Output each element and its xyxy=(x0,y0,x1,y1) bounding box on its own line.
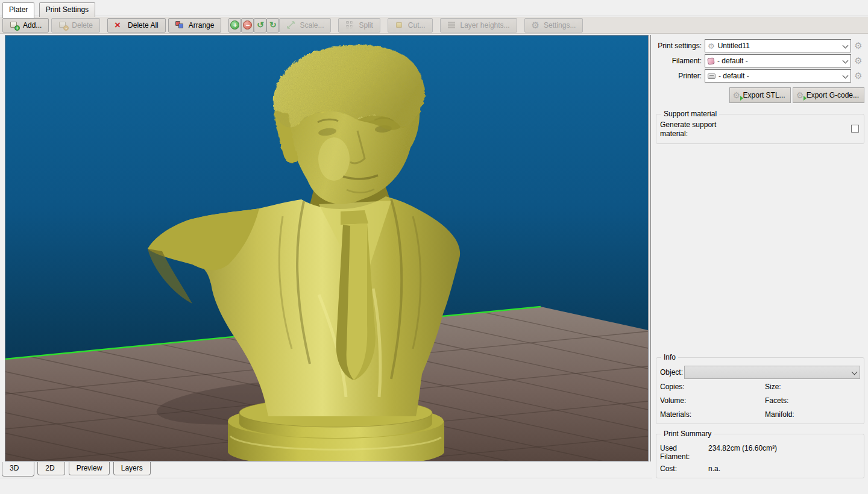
export-gear-icon: ⚙ xyxy=(733,91,743,100)
split-icon xyxy=(345,20,354,30)
toolbar: + Add... - Delete × Delete All Arrange +… xyxy=(0,17,868,34)
used-filament-label: Used Filament: xyxy=(660,444,708,461)
chevron-down-icon xyxy=(842,42,849,49)
support-material-legend: Support material xyxy=(661,110,719,118)
scene-3d xyxy=(5,36,648,461)
delete-button[interactable]: - Delete xyxy=(51,18,100,33)
printer-gear-button[interactable]: ⚙ xyxy=(852,71,864,81)
tab-print-settings[interactable]: Print Settings xyxy=(39,2,95,17)
rotate-cw-icon: ↻ xyxy=(269,20,277,30)
print-settings-combo[interactable]: ⚙ Untitled11 xyxy=(705,39,851,52)
print-summary-group: Print Summary Used Filament: 234.82cm (1… xyxy=(656,430,864,478)
print-settings-label: Print settings: xyxy=(656,42,702,50)
print-settings-gear-button[interactable]: ⚙ xyxy=(852,41,864,51)
object-combo[interactable] xyxy=(684,366,860,379)
manifold-label: Manifold: xyxy=(765,410,860,419)
layer-heights-icon xyxy=(447,20,456,30)
layer-heights-button[interactable]: Layer heights... xyxy=(440,18,517,33)
object-label: Object: xyxy=(660,368,684,377)
plater-3d-canvas[interactable] xyxy=(5,35,649,461)
scale-button-label: Scale... xyxy=(300,21,324,30)
facets-label: Facets: xyxy=(765,396,860,405)
view-tab-2d[interactable]: 2D xyxy=(37,462,65,475)
delete-object-icon: - xyxy=(58,20,68,30)
filament-gear-button[interactable]: ⚙ xyxy=(852,56,864,66)
filament-value: - default - xyxy=(714,57,842,65)
export-gcode-button[interactable]: ⚙ Export G-code... xyxy=(793,87,864,103)
printer-icon xyxy=(708,73,715,79)
print-summary-legend: Print Summary xyxy=(661,430,714,438)
volume-label: Volume: xyxy=(660,396,765,405)
generate-support-label: Generate support material: xyxy=(660,120,741,139)
cut-button[interactable]: Cut... xyxy=(388,18,433,33)
document-tabbar: Plater Print Settings xyxy=(0,0,868,16)
panel-splitter[interactable] xyxy=(650,35,651,461)
layer-heights-button-label: Layer heights... xyxy=(461,21,510,30)
filament-label: Filament: xyxy=(656,57,702,65)
object-settings-button[interactable]: ⚙ Settings... xyxy=(524,18,583,33)
copies-label: Copies: xyxy=(660,383,765,391)
rotate-ccw-button[interactable]: ↺ xyxy=(254,18,266,33)
support-material-group: Support material Generate support materi… xyxy=(656,110,864,144)
materials-label: Materials: xyxy=(660,410,765,419)
export-stl-button[interactable]: ⚙ Export STL... xyxy=(729,87,791,103)
arrange-icon xyxy=(175,20,184,30)
delete-all-button-label: Delete All xyxy=(128,21,159,30)
printer-label: Printer: xyxy=(656,72,702,80)
view-tab-layers[interactable]: Layers xyxy=(113,462,151,475)
plus-icon: + xyxy=(230,20,239,30)
increase-copies-button[interactable]: + xyxy=(228,18,241,33)
split-button-label: Split xyxy=(359,21,373,30)
printer-value: - default - xyxy=(715,72,842,80)
chevron-down-icon xyxy=(851,369,858,376)
size-label: Size: xyxy=(765,383,860,391)
add-button[interactable]: + Add... xyxy=(2,18,49,33)
panel-spacer xyxy=(656,144,864,348)
delete-button-label: Delete xyxy=(72,21,93,30)
settings-panel: Print settings: ⚙ Untitled11 ⚙ Filament:… xyxy=(652,35,868,494)
used-filament-value: 234.82cm (16.60cm³) xyxy=(708,444,777,461)
cut-icon xyxy=(395,20,404,30)
view-tab-3d[interactable]: 3D xyxy=(2,462,34,477)
delete-all-icon: × xyxy=(115,20,124,30)
cost-label: Cost: xyxy=(660,464,708,473)
filament-spool-icon xyxy=(707,57,714,64)
print-settings-value: Untitled11 xyxy=(715,42,842,50)
export-gcode-label: Export G-code... xyxy=(807,91,859,99)
minus-icon: − xyxy=(243,20,252,30)
cut-button-label: Cut... xyxy=(408,21,426,30)
rotate-cw-button[interactable]: ↻ xyxy=(266,18,279,33)
cost-value: n.a. xyxy=(708,464,720,473)
arrange-button-label: Arrange xyxy=(189,21,215,30)
chevron-down-icon xyxy=(842,72,849,80)
add-button-label: Add... xyxy=(23,21,42,30)
filament-combo[interactable]: - default - xyxy=(705,54,851,67)
export-stl-label: Export STL... xyxy=(743,91,785,99)
generate-support-checkbox[interactable] xyxy=(851,125,859,133)
tab-plater[interactable]: Plater xyxy=(2,2,34,18)
scale-button[interactable]: Scale... xyxy=(279,18,331,33)
export-gear-icon: ⚙ xyxy=(796,91,806,100)
decrease-copies-button[interactable]: − xyxy=(241,18,254,33)
printer-combo[interactable]: - default - xyxy=(705,69,851,83)
gear-icon: ⚙ xyxy=(708,42,715,51)
info-legend: Info xyxy=(661,353,678,361)
scale-icon xyxy=(286,20,295,30)
settings-button-label: Settings... xyxy=(544,21,576,30)
arrange-button[interactable]: Arrange xyxy=(168,18,222,33)
view-tab-preview[interactable]: Preview xyxy=(69,462,110,475)
rotate-ccw-icon: ↺ xyxy=(257,20,264,30)
chevron-down-icon xyxy=(842,57,849,64)
info-group: Info Object: Copies: Size: Volume: Facet… xyxy=(656,353,864,424)
delete-all-button[interactable]: × Delete All xyxy=(107,18,166,33)
split-button[interactable]: Split xyxy=(338,18,380,33)
add-object-icon: + xyxy=(10,20,19,30)
gear-icon: ⚙ xyxy=(532,20,539,30)
view-tabbar: 3D 2D Preview Layers xyxy=(2,462,152,477)
